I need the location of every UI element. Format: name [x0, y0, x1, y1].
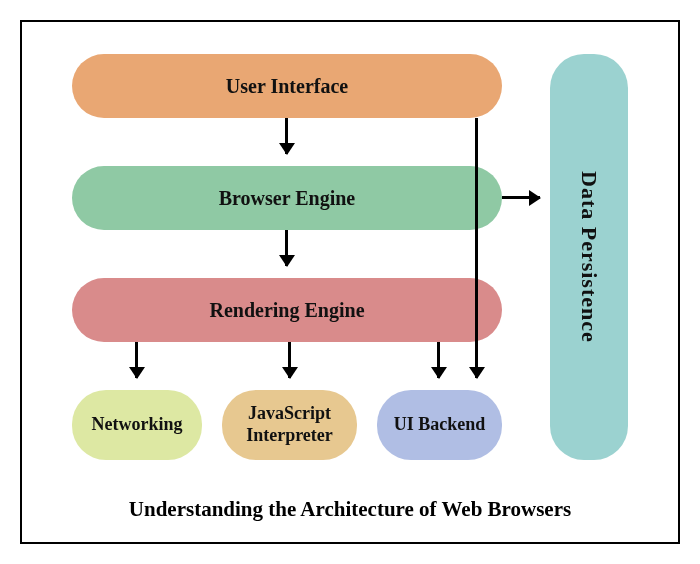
arrow-rendering-engine-to-js-interpreter [288, 342, 291, 378]
node-browser-engine: Browser Engine [72, 166, 502, 230]
arrow-ui-to-ui-backend-stem [475, 118, 478, 378]
arrow-browser-engine-to-data-persistence [502, 196, 540, 199]
node-rendering-engine: Rendering Engine [72, 278, 502, 342]
arrow-rendering-engine-to-ui-backend [437, 342, 440, 378]
node-user-interface: User Interface [72, 54, 502, 118]
arrow-browser-engine-to-rendering-engine [285, 230, 288, 266]
node-networking: Networking [72, 390, 202, 460]
arrow-ui-to-browser-engine [285, 118, 288, 154]
node-ui-backend: UI Backend [377, 390, 502, 460]
node-javascript-interpreter: JavaScript Interpreter [222, 390, 357, 460]
diagram-frame: User Interface Browser Engine Rendering … [20, 20, 680, 544]
node-data-persistence: Data Persistence [550, 54, 628, 460]
arrow-ui-to-ui-backend-head [475, 362, 478, 378]
arrow-rendering-engine-to-networking [135, 342, 138, 378]
diagram-caption: Understanding the Architecture of Web Br… [22, 497, 678, 522]
